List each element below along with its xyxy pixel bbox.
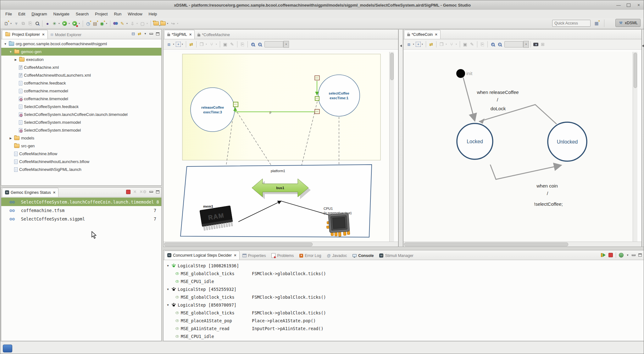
align-dropdown-icon[interactable]: ▼ — [455, 41, 458, 47]
logical-step-row[interactable]: ▼ LogicalStep [1008261936] — [165, 262, 643, 270]
run-icon[interactable]: ▶ — [61, 20, 68, 27]
collapse-all-icon[interactable]: ⊟ — [131, 31, 135, 36]
minimize-view-icon[interactable] — [149, 191, 153, 193]
zoom-combo-dropdown-icon[interactable]: ▼ — [283, 41, 289, 48]
tab-sigpml[interactable]: *SigPML × — [164, 30, 195, 39]
horizontal-scrollbar[interactable] — [403, 242, 641, 247]
debug-icon[interactable]: ● — [44, 20, 51, 27]
zoom-out-icon[interactable]: − — [257, 41, 263, 47]
tree-row-file[interactable]: SelectCoffeeSystem.timemodel — [1, 126, 161, 134]
align-icon[interactable]: ⑂ — [448, 41, 455, 47]
tree-row-file[interactable]: CoffeeMachinewithSigPML.launch — [1, 166, 161, 173]
restore-panel-icon[interactable] — [400, 45, 402, 47]
vertical-scrollbar[interactable] — [389, 52, 394, 242]
tree-row-file[interactable]: CoffeeMachinewithoutLaunchers.xml — [1, 71, 161, 79]
view-menu-icon[interactable]: ▼ — [144, 32, 147, 35]
layout-icon[interactable]: ⧈ — [406, 41, 412, 47]
tab-javadoc[interactable]: @ Javadoc — [324, 251, 350, 260]
hide-decorations-icon[interactable]: ▣ — [222, 41, 228, 47]
new-dropdown-icon[interactable]: ▼ — [10, 20, 12, 27]
right-splitter[interactable] — [642, 29, 644, 247]
menu-diagram[interactable]: Diagram — [28, 11, 50, 17]
expanded-arrow-icon[interactable]: ▼ — [166, 264, 170, 267]
tree-row-file[interactable]: CoffeeMachine.xml — [1, 63, 161, 71]
model-star-icon[interactable]: ▤✦ — [92, 20, 98, 27]
engine-star-icon[interactable]: ◉✦ — [99, 20, 105, 27]
trim-blue-icon[interactable] — [3, 345, 12, 352]
decider-dropdown-icon[interactable]: ▼ — [626, 254, 629, 257]
annotate-dropdown-icon[interactable]: ▼ — [126, 20, 128, 27]
mse-event-row[interactable]: MSE_placeA1State_pop Place->placeA1State… — [165, 317, 643, 324]
actor-releasecoffee[interactable] — [191, 88, 235, 132]
layout-dropdown-icon[interactable]: ▼ — [172, 41, 175, 47]
vertical-scrollbar[interactable] — [633, 52, 637, 242]
perspective-button-xdsml[interactable]: ⚒ xDSML — [615, 19, 641, 27]
save-all-icon[interactable]: ⧉ — [20, 20, 26, 27]
back-dropdown-icon[interactable]: ▼ — [166, 20, 169, 27]
close-icon[interactable]: × — [53, 190, 56, 195]
zoom-out-icon[interactable]: − — [497, 41, 503, 47]
dispose-engine-icon[interactable]: ✕ — [133, 189, 137, 194]
select-dropdown-icon[interactable]: ▼ — [181, 41, 184, 47]
layers-icon[interactable]: ⊞ — [540, 41, 546, 47]
select-mode-icon[interactable]: ✛ — [416, 42, 421, 47]
sigpml-canvas[interactable]: platform1 bus1 mem1 RAM — [164, 52, 394, 242]
tree-row-file[interactable]: SelectCoffeeSystem.feedback — [1, 103, 161, 111]
export-dropdown-icon[interactable]: ▼ — [146, 20, 148, 27]
logical-step-row[interactable]: ▼ LogicalStep [856970097] — [165, 301, 643, 309]
maximize-icon[interactable] — [626, 3, 631, 8]
logical-step-row[interactable]: ▼ LogicalStep [455255932] — [165, 285, 643, 293]
refresh-icon[interactable]: ⇄ — [188, 41, 194, 47]
maximize-view-icon[interactable] — [156, 32, 159, 35]
skip-breakpoints-icon[interactable]: ✳ — [51, 20, 58, 27]
select-mode-icon[interactable]: ✛ — [176, 42, 181, 47]
initial-state-node[interactable] — [456, 69, 465, 78]
quick-access-input[interactable] — [552, 20, 591, 27]
tab-properties[interactable]: Properties — [240, 251, 269, 260]
back-history-icon[interactable]: ↩ — [160, 20, 166, 27]
hide-decorations-icon[interactable]: ▣ — [462, 41, 468, 47]
mse-event-row[interactable]: MSE_pA1inState_read InputPort->pA1inStat… — [165, 324, 643, 332]
mse-event-row[interactable]: MSE_CPU1_idle — [165, 332, 643, 340]
align-icon[interactable]: ⑂ — [208, 41, 215, 47]
minimize-view-icon[interactable] — [149, 33, 153, 35]
new-folder-star-icon[interactable]: ✦ — [153, 20, 159, 27]
collapsed-arrow-icon[interactable]: ▶ — [14, 58, 18, 61]
scrollbar-thumb[interactable] — [634, 53, 637, 88]
tree-row-file[interactable]: coffemachine.feedback — [1, 79, 161, 87]
expanded-arrow-icon[interactable]: ▼ — [166, 288, 170, 291]
minimize-view-icon[interactable] — [632, 254, 636, 256]
tab-coffeemachine[interactable]: *CoffeeMachine — [195, 30, 233, 39]
import-dropdown-icon[interactable]: ▼ — [136, 20, 138, 27]
tab-project-explorer[interactable]: Project Explorer × — [2, 30, 48, 39]
menu-edit[interactable]: Edit — [15, 11, 28, 17]
spheres-icon[interactable] — [112, 20, 119, 27]
copy-dropdown-icon[interactable]: ▼ — [445, 41, 447, 47]
forward-history-icon[interactable]: ↪ — [170, 20, 176, 27]
forward-dropdown-icon[interactable]: ▼ — [176, 20, 179, 27]
tab-console[interactable]: Console — [350, 251, 376, 260]
tree-row-file[interactable]: SelectCoffeeSystem.launchCoffeeCoin.laun… — [1, 111, 161, 118]
zoom-combo-dropdown-icon[interactable]: ▼ — [523, 41, 529, 48]
zoom-in-icon[interactable]: + — [490, 41, 496, 47]
tree-row-gemoc-gen[interactable]: ▼ gemoc-gen — [1, 48, 161, 56]
layout-icon[interactable]: ⧈ — [166, 41, 172, 47]
debug-dropdown-icon[interactable]: ▼ — [58, 20, 60, 27]
mse-event-row[interactable]: MSE_globalClock_ticks FSMClock->globalCl… — [165, 309, 643, 317]
mse-event-row[interactable]: MSE_CPU1_idle — [165, 277, 643, 285]
mse-event-row[interactable]: MSE_globalClock_ticks FSMClock->globalCl… — [165, 293, 643, 301]
menu-search[interactable]: Search — [73, 11, 92, 17]
close-icon[interactable]: × — [189, 32, 192, 37]
clock-star-icon[interactable]: ◷✦ — [85, 20, 91, 27]
coffeecoin-canvas[interactable]: init when releaseCoffee / doLock Locked … — [403, 52, 637, 242]
copy-appearance-icon[interactable]: ❐ — [198, 41, 205, 47]
new-wizard-icon[interactable]: 🗋✦ — [3, 20, 9, 27]
align-dropdown-icon[interactable]: ▼ — [215, 41, 218, 47]
export-icon[interactable]: ▢ — [139, 20, 146, 27]
close-icon[interactable]: × — [435, 32, 437, 37]
tab-coffeecoin[interactable]: *CoffeeCoin × — [404, 30, 441, 39]
expanded-arrow-icon[interactable]: ▼ — [166, 303, 170, 307]
tree-row-project[interactable]: ▼ org.gemoc.sample.bcool.coffeemachinewi… — [1, 40, 161, 48]
pin-icon[interactable]: ✎ — [469, 41, 475, 47]
import-icon[interactable]: ⇩ — [129, 20, 136, 27]
